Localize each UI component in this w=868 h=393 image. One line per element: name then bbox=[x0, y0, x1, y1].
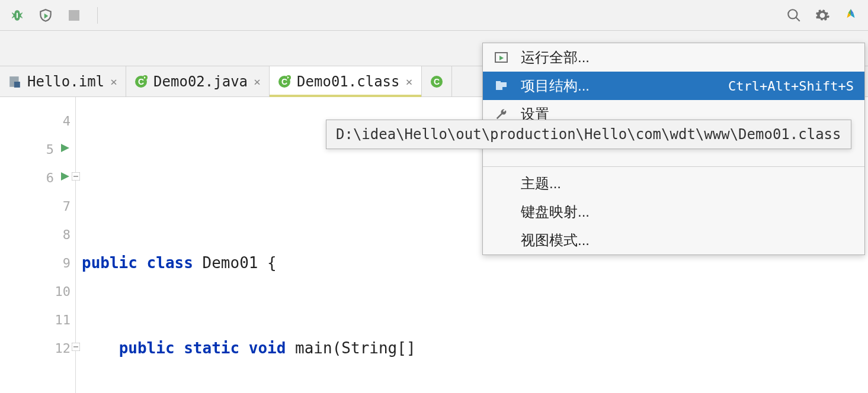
brand-icon[interactable] bbox=[843, 8, 859, 23]
menu-shortcut: Ctrl+Alt+Shift+S bbox=[728, 79, 854, 94]
line-number: 11 bbox=[47, 313, 71, 327]
svg-rect-0 bbox=[17, 12, 18, 18]
tab-label: Hello.iml bbox=[27, 73, 104, 90]
line-number: 10 bbox=[47, 284, 71, 299]
fold-icon[interactable] bbox=[72, 172, 80, 183]
line-number: 4 bbox=[47, 114, 71, 128]
line-number: 8 bbox=[47, 227, 71, 242]
menu-label: 键盘映射... bbox=[521, 202, 854, 221]
svg-rect-20 bbox=[496, 81, 501, 83]
menu-label: 运行全部... bbox=[521, 48, 854, 67]
menu-keymap[interactable]: 键盘映射... bbox=[483, 198, 864, 226]
tab-hello-iml[interactable]: Hello.iml × bbox=[0, 66, 126, 96]
line-number: 9 bbox=[47, 256, 71, 270]
project-structure-icon bbox=[494, 79, 509, 92]
class-icon: C bbox=[134, 75, 148, 88]
tab-label: Demo01.class bbox=[297, 73, 399, 90]
tab-demo02-java[interactable]: C Demo02.java × bbox=[126, 66, 270, 96]
line-number: 6 bbox=[30, 170, 54, 185]
menu-theme[interactable]: 主题... bbox=[483, 169, 864, 198]
stop-icon[interactable] bbox=[66, 8, 82, 23]
fold-icon[interactable] bbox=[72, 343, 80, 353]
search-icon[interactable] bbox=[786, 8, 802, 23]
svg-rect-21 bbox=[502, 87, 507, 92]
file-icon bbox=[8, 75, 21, 88]
run-gutter-icon[interactable] bbox=[60, 171, 71, 184]
menu-view-mode[interactable]: 视图模式... bbox=[483, 226, 864, 255]
svg-line-3 bbox=[796, 17, 800, 21]
svg-text:C: C bbox=[433, 77, 439, 86]
line-number: 12 bbox=[47, 341, 71, 356]
main-toolbar bbox=[0, 0, 868, 31]
coverage-icon[interactable] bbox=[38, 8, 53, 23]
class-icon: C bbox=[430, 75, 443, 88]
svg-point-2 bbox=[788, 9, 797, 18]
run-gutter-icon[interactable] bbox=[60, 143, 71, 156]
tab-partial[interactable]: C bbox=[422, 66, 452, 96]
menu-label: 项目结构... bbox=[521, 76, 716, 95]
svg-rect-5 bbox=[14, 82, 20, 88]
line-number: 5 bbox=[30, 142, 54, 157]
close-icon[interactable]: × bbox=[405, 75, 412, 89]
menu-project-structure[interactable]: 项目结构... Ctrl+Alt+Shift+S bbox=[483, 72, 864, 100]
tooltip-text: D:\idea\Hello\out\production\Hello\com\w… bbox=[336, 126, 841, 143]
gutter: 4 5 6 7 8 9 10 11 12 bbox=[0, 97, 76, 393]
debug-icon[interactable] bbox=[9, 8, 25, 23]
settings-icon[interactable] bbox=[815, 8, 830, 23]
tab-label: Demo02.java bbox=[153, 73, 248, 90]
menu-run-all[interactable]: 运行全部... bbox=[483, 43, 864, 72]
close-icon[interactable]: × bbox=[254, 75, 261, 89]
toolbar-left-group bbox=[9, 7, 100, 24]
wrench-icon bbox=[494, 108, 509, 121]
line-number: 7 bbox=[47, 199, 71, 214]
class-icon: C bbox=[278, 75, 291, 88]
svg-rect-1 bbox=[69, 10, 79, 21]
tab-demo01-class[interactable]: C Demo01.class × bbox=[270, 66, 421, 96]
menu-label: 视图模式... bbox=[521, 231, 854, 250]
file-path-tooltip: D:\idea\Hello\out\production\Hello\com\w… bbox=[326, 120, 851, 149]
toolbar-separator bbox=[97, 7, 98, 24]
menu-label: 主题... bbox=[521, 174, 854, 193]
menu-separator bbox=[483, 166, 864, 167]
run-dashboard-icon bbox=[494, 51, 509, 64]
toolbar-right-group bbox=[786, 8, 859, 23]
close-icon[interactable]: × bbox=[110, 75, 117, 89]
